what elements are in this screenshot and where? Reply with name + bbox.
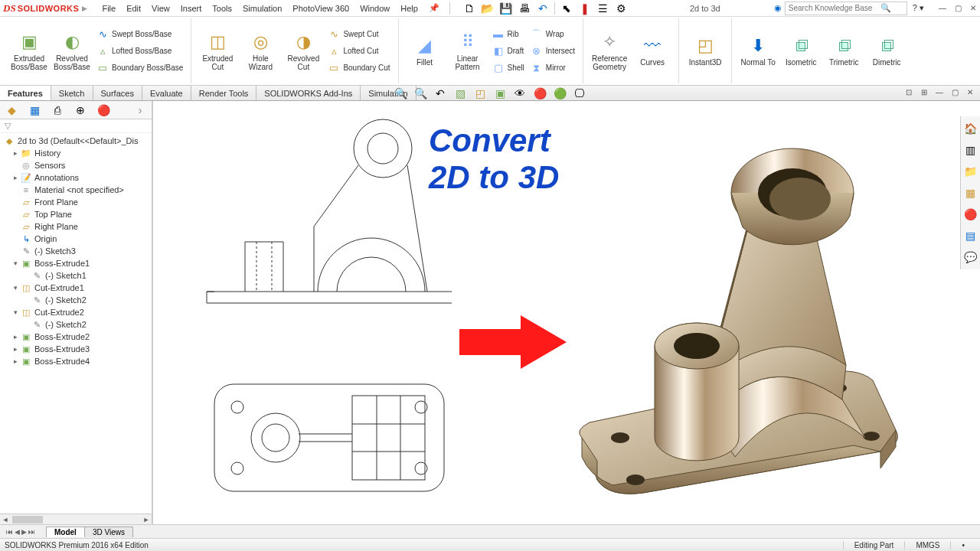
swept-boss-button[interactable]: ∿Swept Boss/Base bbox=[93, 27, 186, 42]
design-library-icon[interactable]: ▥ bbox=[961, 141, 979, 159]
expand-icon[interactable]: ▸ bbox=[11, 333, 20, 341]
select-icon[interactable]: ⬉ bbox=[560, 2, 573, 15]
expand-icon[interactable]: › bbox=[132, 103, 149, 118]
tree-root[interactable]: ◆2d to 3d (Default<<Default>_Dis bbox=[0, 135, 152, 147]
boundary-cut-button[interactable]: ▭Boundary Cut bbox=[325, 60, 393, 76]
tab-scroll-last-icon[interactable]: ⏭ bbox=[28, 528, 35, 536]
options-icon[interactable]: ☰ bbox=[596, 2, 610, 15]
display-manager-tab-icon[interactable]: 🔴 bbox=[95, 103, 112, 118]
tree-cut-extrude2[interactable]: ▾◫Cut-Extrude2 bbox=[0, 306, 152, 318]
menu-edit[interactable]: Edit bbox=[121, 2, 146, 15]
search-knowledge-base[interactable]: 🔍 bbox=[785, 2, 907, 15]
graphics-area[interactable]: Convert 2D to 3D bbox=[153, 101, 980, 524]
draft-button[interactable]: ◧Draft bbox=[489, 44, 528, 59]
expand-icon[interactable]: ▾ bbox=[11, 308, 20, 316]
sidebar-scrollbar[interactable]: ◄ ► bbox=[0, 514, 152, 524]
hole-wizard-button[interactable]: ◎Hole Wizard bbox=[239, 18, 282, 83]
tab-surfaces[interactable]: Surfaces bbox=[93, 86, 142, 100]
reference-geometry-button[interactable]: ✧Reference Geometry bbox=[588, 18, 631, 83]
trimetric-button[interactable]: Trimetric bbox=[822, 18, 865, 83]
appearance-icon[interactable]: 🔴 bbox=[532, 86, 547, 100]
swept-cut-button[interactable]: ∿Swept Cut bbox=[325, 27, 393, 42]
child-min-icon[interactable]: — bbox=[933, 86, 946, 98]
property-manager-tab-icon[interactable]: ▦ bbox=[26, 103, 43, 118]
forum-icon[interactable]: 💬 bbox=[961, 248, 979, 266]
pushpin-icon[interactable]: 📌 bbox=[423, 2, 445, 15]
tree-boss-extrude3[interactable]: ▸▣Boss-Extrude3 bbox=[0, 343, 152, 355]
tree-boss-extrude1[interactable]: ▾▣Boss-Extrude1 bbox=[0, 257, 152, 269]
shell-button[interactable]: ▢Shell bbox=[489, 60, 528, 76]
settings-icon[interactable]: ⚙ bbox=[615, 2, 629, 15]
maximize-button[interactable]: ▢ bbox=[951, 2, 965, 15]
isometric-button[interactable]: Isometric bbox=[779, 18, 822, 83]
tab-scroll-first-icon[interactable]: ⏮ bbox=[6, 528, 13, 536]
tree-boss-extrude2[interactable]: ▸▣Boss-Extrude2 bbox=[0, 331, 152, 343]
tree-top-plane[interactable]: ▱Top Plane bbox=[0, 208, 152, 220]
tab-evaluate[interactable]: Evaluate bbox=[142, 86, 191, 100]
close-button[interactable]: ✕ bbox=[966, 2, 980, 15]
tree-right-plane[interactable]: ▱Right Plane bbox=[0, 220, 152, 233]
tab-sketch[interactable]: Sketch bbox=[51, 86, 93, 100]
child-tile-icon[interactable]: ⊞ bbox=[917, 86, 931, 98]
expand-icon[interactable]: ▸ bbox=[11, 345, 20, 353]
tab-render-tools[interactable]: Render Tools bbox=[191, 86, 257, 100]
menu-tools[interactable]: Tools bbox=[207, 2, 237, 15]
chevron-right-icon[interactable]: ▶ bbox=[82, 5, 87, 12]
extruded-boss-button[interactable]: ▣Extruded Boss/Base bbox=[8, 18, 51, 83]
zoom-area-icon[interactable]: 🔍 bbox=[413, 86, 428, 100]
view-settings-icon[interactable]: 🖵 bbox=[572, 86, 587, 100]
tree-origin[interactable]: ↳Origin bbox=[0, 233, 152, 245]
scroll-thumb[interactable] bbox=[12, 516, 43, 523]
boundary-boss-button[interactable]: ▭Boundary Boss/Base bbox=[93, 60, 186, 76]
expand-icon[interactable]: ▸ bbox=[11, 149, 20, 157]
tab-addins[interactable]: SOLIDWORKS Add-Ins bbox=[256, 86, 361, 100]
tree-boss-extrude4[interactable]: ▸▣Boss-Extrude4 bbox=[0, 355, 152, 367]
minimize-button[interactable]: — bbox=[936, 2, 949, 15]
rib-button[interactable]: ▬Rib bbox=[489, 27, 528, 42]
menu-simulation[interactable]: Simulation bbox=[237, 2, 287, 15]
revolved-cut-button[interactable]: ◑Revolved Cut bbox=[282, 18, 325, 83]
child-restore-icon[interactable]: ⊡ bbox=[902, 86, 916, 98]
undo-icon[interactable]: ↶ bbox=[536, 2, 550, 15]
menu-photoview[interactable]: PhotoView 360 bbox=[287, 2, 354, 15]
tab-features[interactable]: Features bbox=[0, 86, 51, 100]
previous-view-icon[interactable]: ↶ bbox=[433, 86, 448, 100]
rebuild-icon[interactable]: ❚ bbox=[578, 2, 592, 15]
search-icon[interactable]: 🔍 bbox=[880, 3, 891, 13]
dimetric-button[interactable]: Dimetric bbox=[865, 18, 908, 83]
scroll-right-icon[interactable]: ► bbox=[141, 516, 152, 523]
child-close-icon[interactable]: ✕ bbox=[963, 86, 977, 98]
hide-show-icon[interactable]: 👁 bbox=[512, 86, 528, 100]
search-input[interactable] bbox=[789, 4, 880, 12]
menu-window[interactable]: Window bbox=[354, 2, 395, 15]
tab-3d-views[interactable]: 3D Views bbox=[84, 527, 133, 537]
lofted-cut-button[interactable]: ▵Lofted Cut bbox=[325, 44, 393, 59]
child-max-icon[interactable]: ▢ bbox=[948, 86, 962, 98]
tab-scroll-next-icon[interactable]: ▶ bbox=[21, 528, 27, 536]
appearances-icon[interactable]: 🔴 bbox=[961, 205, 979, 223]
expand-icon[interactable]: ▸ bbox=[11, 357, 20, 365]
fillet-button[interactable]: ◢Fillet bbox=[403, 18, 446, 83]
curves-button[interactable]: 〰Curves bbox=[631, 18, 674, 83]
open-icon[interactable]: 📂 bbox=[481, 2, 495, 15]
tree-annotations[interactable]: ▸📝Annotations bbox=[0, 171, 152, 184]
expand-icon[interactable]: ▾ bbox=[11, 284, 20, 292]
config-manager-tab-icon[interactable]: ⎙ bbox=[49, 103, 66, 118]
status-units[interactable]: MMGS bbox=[904, 541, 950, 549]
extruded-cut-button[interactable]: ◫Extruded Cut bbox=[196, 18, 239, 83]
instant3d-button[interactable]: ◰Instant3D bbox=[684, 18, 727, 83]
custom-props-icon[interactable]: ▤ bbox=[961, 227, 979, 245]
tree-sensors[interactable]: ◎Sensors bbox=[0, 159, 152, 171]
menu-insert[interactable]: Insert bbox=[175, 2, 207, 15]
tree-sketch2a[interactable]: ✎(-) Sketch2 bbox=[0, 294, 152, 306]
display-style-icon[interactable]: ▣ bbox=[492, 86, 508, 100]
tree-history[interactable]: ▸📁History bbox=[0, 147, 152, 159]
lofted-boss-button[interactable]: ▵Lofted Boss/Base bbox=[93, 44, 186, 59]
dimxpert-tab-icon[interactable]: ⊕ bbox=[72, 103, 89, 118]
tree-filter[interactable]: ▽ bbox=[0, 119, 152, 133]
new-icon[interactable]: 🗋 bbox=[462, 2, 476, 15]
tab-scroll-prev-icon[interactable]: ◀ bbox=[15, 528, 20, 536]
print-icon[interactable]: 🖶 bbox=[518, 2, 531, 15]
tab-model[interactable]: Model bbox=[46, 527, 85, 537]
section-view-icon[interactable]: ▧ bbox=[452, 86, 468, 100]
